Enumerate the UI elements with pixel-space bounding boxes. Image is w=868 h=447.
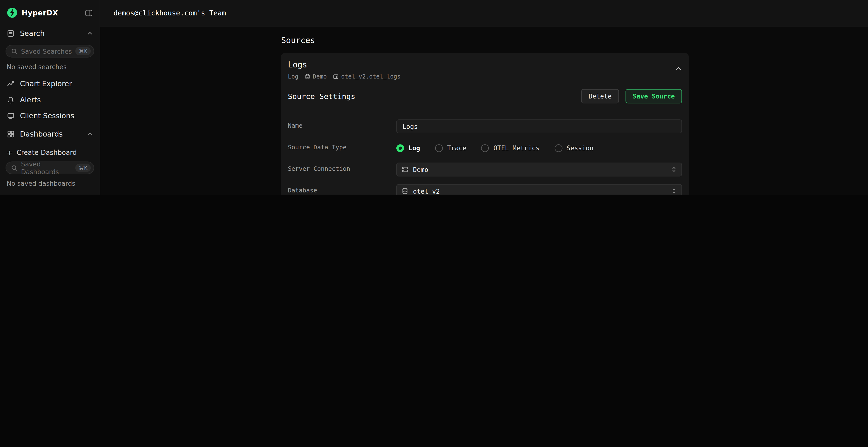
topbar: demos@clickhouse.com's Team — [100, 0, 868, 27]
radio-log[interactable]: Log — [396, 144, 420, 152]
source-settings-form: Name Logs Source Data Type Log — [281, 112, 689, 195]
sidebar-collapse-icon[interactable] — [85, 9, 93, 17]
chevron-up-icon[interactable] — [87, 30, 93, 36]
chart-explorer-icon — [7, 80, 15, 88]
delete-button[interactable]: Delete — [581, 89, 619, 104]
sidebar-section-dashboards[interactable]: Dashboards — [0, 124, 100, 144]
dashboards-section-label: Dashboards — [20, 130, 63, 138]
database-icon — [305, 73, 311, 79]
saved-searches-input[interactable]: Saved Searches ⌘K — [5, 45, 94, 58]
select-chevrons-icon — [671, 166, 677, 173]
dashboards-icon — [7, 130, 15, 138]
sidebar-item-chart-explorer[interactable]: Chart Explorer — [0, 76, 100, 92]
sidebar-item-label: Alerts — [20, 96, 41, 104]
sidebar-section-search[interactable]: Search — [0, 23, 100, 44]
name-label: Name — [288, 122, 303, 131]
source-title: Logs — [288, 60, 401, 69]
sidebar-top: HyperDX — [0, 0, 100, 23]
form-row-source-data-type: Source Data Type Log Trace — [281, 141, 689, 154]
monitor-icon — [7, 112, 15, 120]
saved-dashboards-input[interactable]: Saved Dashboards ⌘K — [5, 161, 94, 174]
hyperdx-logo-icon — [7, 7, 18, 18]
source-data-type-label: Source Data Type — [288, 144, 346, 152]
search-section-icon — [7, 29, 15, 38]
database-label: Database — [288, 187, 317, 195]
content-area: Sources Logs Log Demo — [100, 27, 868, 195]
source-card: Logs Log Demo — [281, 53, 689, 195]
source-settings-title: Source Settings — [288, 92, 355, 101]
source-data-type-radios: Log Trace OTEL Metrics — [396, 141, 682, 154]
no-saved-dashboards-text: No saved dashboards — [0, 177, 100, 193]
source-type-badge: Log — [288, 73, 299, 80]
database-select[interactable]: otel_v2 — [396, 184, 682, 195]
radio-dot — [554, 144, 562, 152]
create-dashboard-button[interactable]: + Create Dashboard — [0, 144, 100, 161]
select-chevrons-icon — [671, 187, 677, 195]
radio-trace[interactable]: Trace — [435, 144, 466, 152]
radio-session[interactable]: Session — [554, 144, 593, 152]
form-row-database: Database otel_v2 — [281, 184, 689, 195]
form-row-name: Name Logs — [281, 119, 689, 133]
form-row-server-connection: Server Connection Demo — [281, 163, 689, 176]
sidebar: HyperDX Search Saved Searches ⌘K No save… — [0, 0, 100, 195]
radio-dot — [396, 144, 404, 152]
saved-searches-placeholder: Saved Searches — [21, 47, 72, 55]
kbd-shortcut-badge: ⌘K — [75, 47, 91, 55]
table-badge: otel_v2.otel_logs — [333, 73, 401, 80]
no-saved-searches-text: No saved searches — [0, 60, 100, 76]
content-column: Sources Logs Log Demo — [281, 27, 689, 195]
search-section-label: Search — [20, 29, 45, 38]
create-dashboard-label: Create Dashboard — [17, 149, 77, 157]
team-title: demos@clickhouse.com's Team — [114, 9, 226, 17]
connection-badge: Demo — [305, 73, 327, 80]
plus-icon: + — [7, 149, 13, 156]
main-area: demos@clickhouse.com's Team Sources Logs… — [100, 0, 868, 195]
magnifier-icon — [11, 165, 18, 171]
bell-icon — [7, 96, 15, 104]
radio-dot — [435, 144, 443, 152]
name-input[interactable]: Logs — [396, 119, 682, 133]
app-root: HyperDX Search Saved Searches ⌘K No save… — [0, 0, 868, 195]
chevron-up-icon[interactable] — [87, 131, 93, 137]
server-connection-label: Server Connection — [288, 166, 350, 174]
source-meta: Log Demo — [288, 73, 401, 80]
page-title: Sources — [281, 27, 689, 45]
collapse-source-icon[interactable] — [675, 65, 682, 72]
save-source-button[interactable]: Save Source — [625, 89, 682, 104]
sidebar-item-alerts[interactable]: Alerts — [0, 92, 100, 108]
server-icon — [401, 166, 409, 173]
radio-otel-metrics[interactable]: OTEL Metrics — [481, 144, 539, 152]
radio-dot — [481, 144, 489, 152]
source-settings-row: Source Settings Delete Save Source — [281, 80, 689, 112]
kbd-shortcut-badge: ⌘K — [75, 164, 91, 172]
brand-name: HyperDX — [22, 9, 58, 17]
presets-toggle[interactable]: PRESETS — [0, 193, 100, 195]
sidebar-item-label: Client Sessions — [20, 112, 74, 120]
sidebar-item-client-sessions[interactable]: Client Sessions — [0, 108, 100, 124]
table-icon — [333, 73, 339, 79]
server-connection-select[interactable]: Demo — [396, 163, 682, 176]
sidebar-item-label: Chart Explorer — [20, 80, 72, 88]
database-icon — [401, 187, 409, 195]
source-card-header: Logs Log Demo — [281, 53, 689, 79]
saved-dashboards-placeholder: Saved Dashboards — [21, 160, 72, 176]
magnifier-icon — [11, 48, 18, 55]
